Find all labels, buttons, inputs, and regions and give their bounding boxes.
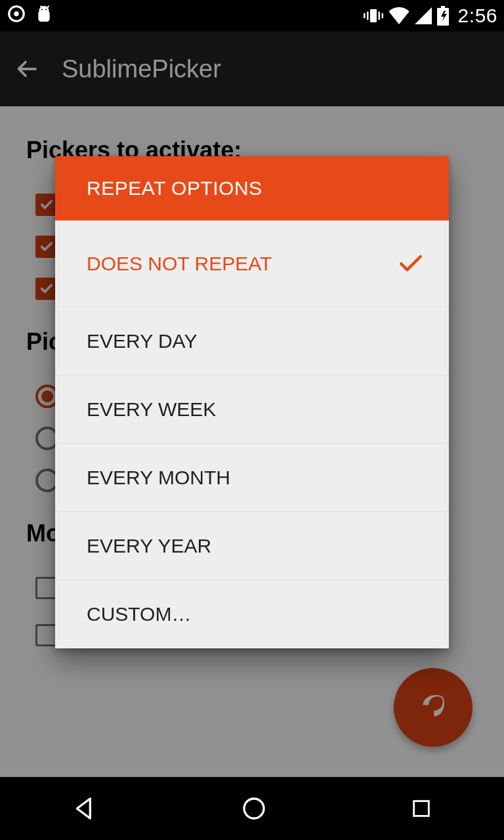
repeat-option-does-not-repeat[interactable]: DOES NOT REPEAT [55, 220, 449, 307]
cell-signal-icon [415, 7, 432, 24]
android-debug-icon [35, 4, 52, 28]
repeat-option-every-month[interactable]: EVERY MONTH [55, 444, 449, 512]
vibrate-icon [364, 7, 383, 24]
svg-rect-4 [370, 9, 377, 22]
dialog-title: REPEAT OPTIONS [55, 156, 449, 220]
status-clock: 2:56 [458, 5, 497, 27]
repeat-option-every-year[interactable]: EVERY YEAR [55, 512, 449, 580]
svg-point-12 [244, 799, 264, 818]
status-bar: 2:56 [0, 0, 504, 32]
svg-point-2 [41, 9, 43, 10]
repeat-option-every-week[interactable]: EVERY WEEK [55, 375, 449, 444]
option-label: EVERY YEAR [87, 535, 211, 557]
repeat-option-custom[interactable]: CUSTOM… [55, 580, 449, 648]
option-label: CUSTOM… [87, 603, 191, 625]
nav-recent-icon[interactable] [410, 797, 432, 820]
svg-point-3 [45, 9, 47, 10]
option-label: EVERY DAY [87, 330, 197, 352]
repeat-option-every-day[interactable]: EVERY DAY [55, 307, 449, 375]
svg-rect-10 [441, 6, 445, 8]
nav-home-icon[interactable] [241, 795, 267, 822]
option-label: DOES NOT REPEAT [87, 253, 272, 275]
battery-charging-icon [437, 6, 449, 26]
app-icon-a [7, 4, 26, 28]
wifi-icon [388, 7, 410, 24]
svg-rect-7 [364, 13, 366, 18]
check-icon [396, 249, 425, 278]
svg-point-1 [14, 11, 19, 16]
nav-bar [0, 777, 504, 840]
svg-rect-5 [367, 12, 369, 20]
nav-back-icon[interactable] [72, 795, 98, 822]
option-label: EVERY MONTH [87, 467, 230, 489]
svg-rect-8 [381, 13, 383, 18]
svg-rect-6 [378, 12, 380, 20]
option-label: EVERY WEEK [87, 398, 216, 421]
repeat-options-dialog: REPEAT OPTIONS DOES NOT REPEAT EVERY DAY… [55, 156, 449, 648]
svg-rect-13 [414, 801, 429, 816]
